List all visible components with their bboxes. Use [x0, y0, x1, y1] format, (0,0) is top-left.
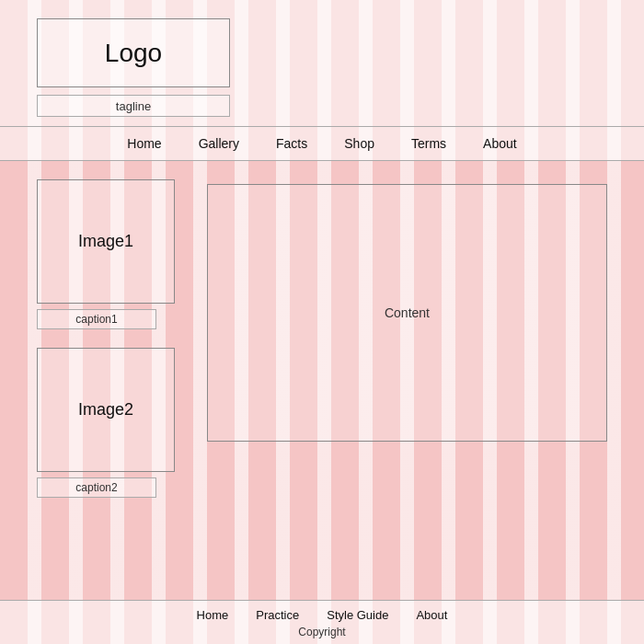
content-box: Content	[207, 184, 607, 442]
nav-item-terms[interactable]: Terms	[411, 136, 446, 151]
left-column: Image1 caption1 Image2 caption2	[37, 179, 179, 581]
footer-nav-practice[interactable]: Practice	[256, 608, 299, 622]
tagline-box: tagline	[37, 95, 230, 117]
footer-nav: Home Practice Style Guide About	[197, 608, 448, 622]
footer: Home Practice Style Guide About Copyrigh…	[0, 600, 644, 644]
nav-item-facts[interactable]: Facts	[276, 136, 307, 151]
caption1-text: caption1	[75, 313, 117, 326]
right-column: Content	[207, 179, 607, 581]
copyright-text: Copyright	[298, 626, 345, 638]
nav-item-home[interactable]: Home	[127, 136, 161, 151]
header: Logo tagline	[0, 0, 644, 126]
nav-item-gallery[interactable]: Gallery	[199, 136, 239, 151]
main-content: Image1 caption1 Image2 caption2 Content	[0, 161, 644, 600]
image2-label: Image2	[78, 400, 133, 420]
footer-nav-about[interactable]: About	[416, 608, 447, 622]
tagline-text: tagline	[116, 99, 151, 113]
page-wrapper: Logo tagline Home Gallery Facts Shop Ter…	[0, 0, 644, 644]
nav-item-shop[interactable]: Shop	[344, 136, 374, 151]
nav-item-about[interactable]: About	[483, 136, 517, 151]
main-nav: Home Gallery Facts Shop Terms About	[0, 126, 644, 161]
footer-nav-style-guide[interactable]: Style Guide	[327, 608, 388, 622]
image-block-2: Image2 caption2	[37, 348, 179, 498]
caption2-box: caption2	[37, 477, 156, 498]
logo-box: Logo	[37, 18, 230, 87]
image2-box: Image2	[37, 348, 175, 472]
caption2-text: caption2	[75, 481, 117, 494]
logo-text: Logo	[105, 39, 162, 68]
image1-label: Image1	[78, 232, 133, 251]
content-label: Content	[385, 305, 430, 320]
footer-nav-home[interactable]: Home	[197, 608, 229, 622]
image-block-1: Image1 caption1	[37, 179, 179, 329]
caption1-box: caption1	[37, 309, 156, 329]
image1-box: Image1	[37, 179, 175, 304]
